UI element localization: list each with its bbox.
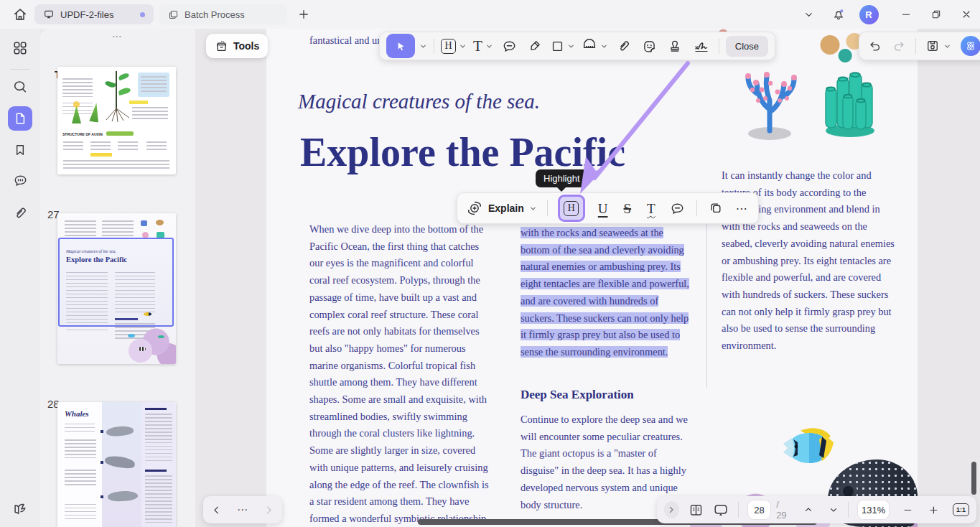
- cursor-arrow-icon: [395, 40, 407, 52]
- copy-button[interactable]: [707, 201, 724, 215]
- ai-atom-icon: [964, 39, 977, 52]
- comments-icon[interactable]: [8, 168, 32, 192]
- thumbnail-page-28[interactable]: Magical creatures of the sea. Explore th…: [57, 213, 176, 364]
- thumbnail-page-29[interactable]: Whales: [57, 402, 176, 527]
- explain-button[interactable]: Explain: [466, 200, 537, 217]
- attach-tool-button[interactable]: [615, 39, 633, 53]
- highlight-button-active[interactable]: H: [558, 195, 585, 222]
- viewport-indicator[interactable]: [58, 238, 174, 327]
- chevron-down-icon[interactable]: [419, 42, 427, 50]
- panel-handle[interactable]: ⋯: [112, 30, 123, 42]
- chevron-down-icon[interactable]: [600, 42, 608, 50]
- signature-tool-button[interactable]: [691, 37, 712, 55]
- toolbox-icon: [215, 39, 228, 53]
- close-window-button[interactable]: [953, 1, 980, 28]
- squiggly-underline-button[interactable]: T: [644, 202, 658, 215]
- page-total-label: / 29: [776, 499, 790, 521]
- toolbar-divider: [848, 502, 849, 518]
- zoom-level-value: 131%: [862, 505, 885, 516]
- comment-button[interactable]: [668, 201, 686, 216]
- thumbnail-page-27[interactable]: STRUCTURE OF AUXIN: [57, 67, 176, 174]
- selection-toolbar: Explain H U S T ⋯: [457, 192, 759, 224]
- next-page-button-disabled[interactable]: [263, 505, 274, 516]
- text-t-icon: T: [473, 39, 482, 54]
- tab-label: UPDF-2-files: [60, 9, 113, 20]
- annotation-toolbar: H T Close: [379, 32, 775, 60]
- collapse-bar-button[interactable]: [664, 501, 679, 518]
- search-icon[interactable]: [8, 75, 32, 99]
- butterflyfish-image: [779, 425, 842, 470]
- comment-tool-button[interactable]: [500, 39, 519, 54]
- strikethrough-button[interactable]: S: [621, 202, 635, 215]
- doc-subtitle: Magical creatures of the sea.: [298, 90, 540, 113]
- attachments-paperclip-icon[interactable]: [8, 200, 32, 225]
- home-icon[interactable]: [6, 0, 34, 29]
- bookmark-icon[interactable]: [8, 138, 32, 162]
- thumbnails-pages-icon[interactable]: [8, 106, 32, 131]
- ai-explain-icon: [466, 200, 483, 217]
- more-options-button[interactable]: ⋯: [734, 202, 750, 215]
- notifications-bell-icon[interactable]: [825, 1, 852, 28]
- document-tab-icon: [43, 9, 55, 20]
- rectangle-shape-icon: [551, 39, 564, 53]
- new-tab-button[interactable]: [293, 4, 314, 25]
- chevron-down-icon[interactable]: [567, 42, 575, 50]
- page-flip-more-button[interactable]: ⋯: [237, 503, 248, 516]
- chevron-down-icon[interactable]: [943, 42, 951, 50]
- next-page-chevron-button[interactable]: [829, 504, 839, 516]
- ai-assistant-button[interactable]: [961, 36, 980, 56]
- measure-tool-button[interactable]: [582, 38, 608, 54]
- rail-divider: [10, 69, 30, 70]
- restore-button[interactable]: [923, 1, 950, 28]
- previous-page-button[interactable]: [211, 505, 222, 516]
- zoom-in-button[interactable]: [928, 504, 939, 516]
- paperclip-icon: [617, 39, 631, 53]
- batch-process-icon: [168, 9, 179, 20]
- close-toolbar-button[interactable]: Close: [726, 36, 768, 57]
- chevron-down-icon[interactable]: [485, 42, 493, 50]
- zoom-level-input[interactable]: 131%: [858, 500, 890, 519]
- avatar[interactable]: R: [855, 1, 882, 28]
- presentation-mode-button[interactable]: [713, 502, 729, 518]
- tab-batch-process[interactable]: Batch Process: [159, 4, 287, 24]
- actual-size-button[interactable]: 1:1: [953, 503, 969, 516]
- tab-label: Batch Process: [185, 9, 245, 20]
- tab-updf-2-files[interactable]: UPDF-2-files: [34, 4, 154, 24]
- pen-tool-button[interactable]: [526, 39, 544, 53]
- zoom-out-button[interactable]: [902, 504, 913, 516]
- previous-page-chevron-button[interactable]: [803, 504, 813, 516]
- save-floppy-icon: [925, 39, 940, 53]
- chevron-down-icon[interactable]: [529, 205, 537, 213]
- underline-button[interactable]: U: [595, 202, 611, 215]
- highlight-h-icon: H: [441, 39, 456, 54]
- stamp-tool-button[interactable]: [666, 39, 684, 53]
- undo-button[interactable]: [868, 39, 882, 53]
- shapes-tool-button[interactable]: [551, 39, 575, 53]
- page-number-input[interactable]: 28: [748, 500, 770, 519]
- apps-grid-icon[interactable]: [8, 36, 32, 60]
- vertical-scrollbar[interactable]: [971, 462, 976, 495]
- page-partial-text: fantastical and uni: [309, 34, 386, 47]
- text-tool-button[interactable]: T: [473, 39, 493, 54]
- chevron-down-icon[interactable]: [459, 42, 467, 50]
- highlight-tool-button[interactable]: H: [441, 39, 467, 54]
- ruler-icon: [582, 38, 597, 54]
- window-menu-chevron[interactable]: [795, 1, 822, 28]
- highlight-h-icon: H: [564, 201, 579, 216]
- page-layout-button[interactable]: [689, 503, 704, 518]
- sticker-tool-button[interactable]: [640, 39, 659, 54]
- select-tool-button[interactable]: [386, 34, 415, 58]
- thumbnails-panel: ⋯ Thumbnails STRUCTURE OF AUXIN 27 ⋯: [40, 29, 195, 527]
- selected-text: with the rocks and seaweeds at the botto…: [521, 227, 689, 358]
- titlebar: UPDF-2-files Batch Process R: [0, 0, 980, 29]
- reader-mode-icon[interactable]: [8, 497, 32, 521]
- highlight-tooltip: Highlight: [536, 169, 588, 187]
- save-button[interactable]: [925, 39, 951, 53]
- column-divider: [706, 219, 707, 388]
- thumb27-caption: STRUCTURE OF AUXIN: [62, 132, 103, 136]
- tools-button[interactable]: Tools: [206, 34, 268, 58]
- stamp-icon: [668, 39, 682, 53]
- minimize-button[interactable]: [892, 1, 920, 28]
- redo-button[interactable]: [892, 39, 906, 53]
- thumb29-title: Whales: [65, 409, 89, 418]
